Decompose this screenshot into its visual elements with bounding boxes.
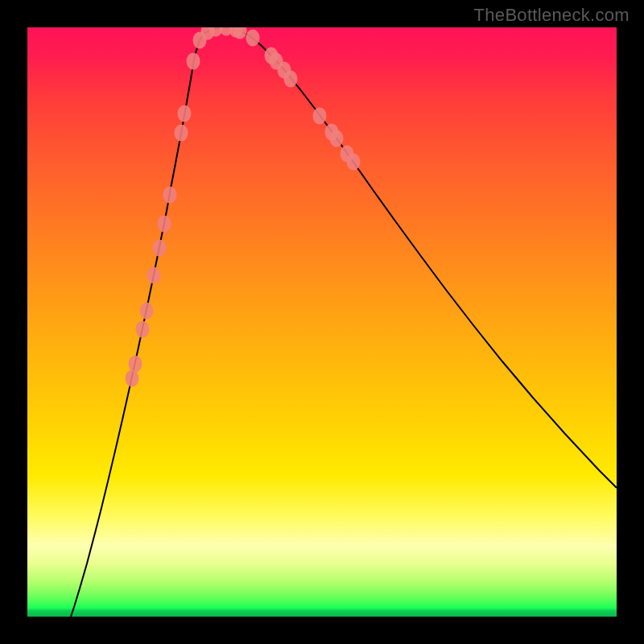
chart-svg [27,27,617,617]
data-marker [163,187,177,204]
bottleneck-curve [71,27,617,617]
data-marker [284,71,298,88]
data-marker [330,130,344,147]
data-marker [175,125,188,142]
data-marker [347,154,361,171]
plot-area [27,27,617,617]
data-marker [246,30,260,47]
data-marker [158,216,171,233]
data-marker [136,321,150,338]
data-marker [129,356,142,373]
data-marker [178,105,192,122]
marker-layer [126,27,361,387]
chart-frame: TheBottleneck.com [0,0,644,644]
data-marker [187,53,200,70]
data-marker [126,370,139,387]
data-marker [153,240,167,257]
watermark-text: TheBottleneck.com [474,5,630,26]
data-marker [313,108,327,125]
data-marker [147,267,161,284]
data-marker [140,303,154,320]
